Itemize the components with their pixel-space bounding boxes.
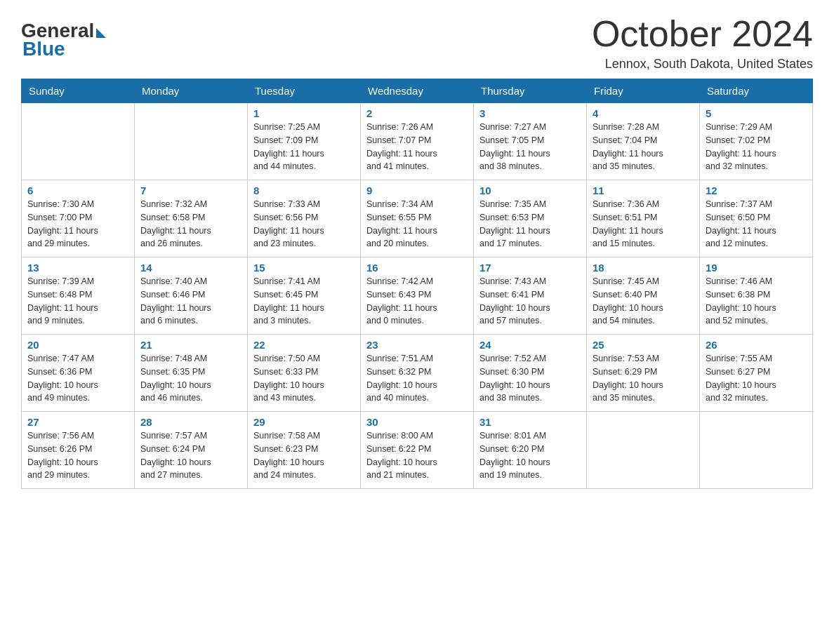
day-number: 30 [366, 416, 468, 428]
calendar-cell: 19Sunrise: 7:46 AMSunset: 6:38 PMDayligh… [700, 257, 813, 335]
calendar-cell: 3Sunrise: 7:27 AMSunset: 7:05 PMDaylight… [474, 103, 587, 180]
day-number: 9 [366, 185, 468, 196]
day-number: 18 [593, 262, 694, 274]
day-number: 7 [140, 185, 241, 196]
day-number: 17 [479, 262, 581, 274]
day-number: 16 [366, 262, 468, 274]
calendar-cell [22, 103, 135, 180]
day-info: Sunrise: 7:42 AMSunset: 6:43 PMDaylight:… [366, 275, 468, 328]
calendar-cell: 30Sunrise: 8:00 AMSunset: 6:22 PMDayligh… [361, 412, 474, 489]
day-number: 6 [27, 185, 128, 196]
calendar-cell: 4Sunrise: 7:28 AMSunset: 7:04 PMDaylight… [587, 103, 700, 180]
day-info: Sunrise: 7:46 AMSunset: 6:38 PMDaylight:… [706, 275, 807, 328]
calendar-cell: 28Sunrise: 7:57 AMSunset: 6:24 PMDayligh… [135, 412, 248, 489]
day-number: 3 [479, 107, 581, 119]
day-number: 5 [706, 107, 807, 119]
day-info: Sunrise: 7:51 AMSunset: 6:32 PMDaylight:… [366, 352, 468, 405]
calendar-cell: 6Sunrise: 7:30 AMSunset: 7:00 PMDaylight… [22, 180, 135, 257]
calendar-cell: 18Sunrise: 7:45 AMSunset: 6:40 PMDayligh… [587, 257, 700, 335]
calendar-cell: 11Sunrise: 7:36 AMSunset: 6:51 PMDayligh… [587, 180, 700, 257]
logo-blue-text: Blue [22, 38, 65, 60]
calendar-week-3: 13Sunrise: 7:39 AMSunset: 6:48 PMDayligh… [22, 257, 813, 335]
day-info: Sunrise: 7:26 AMSunset: 7:07 PMDaylight:… [366, 121, 468, 173]
calendar-cell: 7Sunrise: 7:32 AMSunset: 6:58 PMDaylight… [135, 180, 248, 257]
day-info: Sunrise: 7:40 AMSunset: 6:46 PMDaylight:… [140, 275, 241, 328]
day-info: Sunrise: 7:29 AMSunset: 7:02 PMDaylight:… [706, 121, 807, 173]
calendar-cell: 12Sunrise: 7:37 AMSunset: 6:50 PMDayligh… [700, 180, 813, 257]
month-title: October 2024 [592, 14, 813, 54]
day-number: 21 [140, 339, 241, 351]
day-number: 20 [27, 339, 128, 351]
day-number: 1 [253, 107, 355, 119]
day-number: 27 [27, 416, 128, 428]
day-info: Sunrise: 7:37 AMSunset: 6:50 PMDaylight:… [706, 198, 807, 250]
day-info: Sunrise: 8:01 AMSunset: 6:20 PMDaylight:… [479, 429, 581, 482]
calendar-cell: 31Sunrise: 8:01 AMSunset: 6:20 PMDayligh… [474, 412, 587, 489]
day-number: 2 [366, 107, 468, 119]
calendar-week-2: 6Sunrise: 7:30 AMSunset: 7:00 PMDaylight… [22, 180, 813, 257]
day-info: Sunrise: 7:25 AMSunset: 7:09 PMDaylight:… [253, 121, 355, 173]
day-info: Sunrise: 7:43 AMSunset: 6:41 PMDaylight:… [479, 275, 581, 328]
day-number: 13 [27, 262, 128, 274]
day-number: 23 [366, 339, 468, 351]
calendar-header-wednesday: Wednesday [361, 79, 474, 103]
day-info: Sunrise: 7:33 AMSunset: 6:56 PMDaylight:… [253, 198, 355, 250]
day-info: Sunrise: 7:57 AMSunset: 6:24 PMDaylight:… [140, 429, 241, 482]
calendar-cell: 13Sunrise: 7:39 AMSunset: 6:48 PMDayligh… [22, 257, 135, 335]
day-info: Sunrise: 7:34 AMSunset: 6:55 PMDaylight:… [366, 198, 468, 250]
calendar-week-1: 1Sunrise: 7:25 AMSunset: 7:09 PMDaylight… [22, 103, 813, 180]
calendar-cell: 23Sunrise: 7:51 AMSunset: 6:32 PMDayligh… [361, 335, 474, 412]
day-number: 28 [140, 416, 241, 428]
calendar-cell: 21Sunrise: 7:48 AMSunset: 6:35 PMDayligh… [135, 335, 248, 412]
calendar-cell: 2Sunrise: 7:26 AMSunset: 7:07 PMDaylight… [361, 103, 474, 180]
day-info: Sunrise: 7:45 AMSunset: 6:40 PMDaylight:… [593, 275, 694, 328]
day-number: 8 [253, 185, 355, 196]
day-info: Sunrise: 7:36 AMSunset: 6:51 PMDaylight:… [593, 198, 694, 250]
calendar-cell: 24Sunrise: 7:52 AMSunset: 6:30 PMDayligh… [474, 335, 587, 412]
calendar-header-thursday: Thursday [474, 79, 587, 103]
calendar-header-tuesday: Tuesday [248, 79, 361, 103]
calendar-cell: 8Sunrise: 7:33 AMSunset: 6:56 PMDaylight… [248, 180, 361, 257]
calendar-cell: 22Sunrise: 7:50 AMSunset: 6:33 PMDayligh… [248, 335, 361, 412]
calendar-header-monday: Monday [135, 79, 248, 103]
calendar-table: SundayMondayTuesdayWednesdayThursdayFrid… [21, 79, 813, 489]
calendar-cell: 14Sunrise: 7:40 AMSunset: 6:46 PMDayligh… [135, 257, 248, 335]
logo: General Blue [21, 21, 106, 60]
day-info: Sunrise: 7:27 AMSunset: 7:05 PMDaylight:… [479, 121, 581, 173]
day-info: Sunrise: 7:58 AMSunset: 6:23 PMDaylight:… [253, 429, 355, 482]
calendar-cell: 16Sunrise: 7:42 AMSunset: 6:43 PMDayligh… [361, 257, 474, 335]
calendar-header-sunday: Sunday [22, 79, 135, 103]
day-number: 14 [140, 262, 241, 274]
day-number: 22 [253, 339, 355, 351]
day-info: Sunrise: 7:39 AMSunset: 6:48 PMDaylight:… [27, 275, 128, 328]
location-text: Lennox, South Dakota, United States [592, 57, 813, 72]
calendar-cell [587, 412, 700, 489]
day-info: Sunrise: 7:30 AMSunset: 7:00 PMDaylight:… [27, 198, 128, 250]
calendar-header-saturday: Saturday [700, 79, 813, 103]
calendar-week-5: 27Sunrise: 7:56 AMSunset: 6:26 PMDayligh… [22, 412, 813, 489]
calendar-cell: 15Sunrise: 7:41 AMSunset: 6:45 PMDayligh… [248, 257, 361, 335]
calendar-week-4: 20Sunrise: 7:47 AMSunset: 6:36 PMDayligh… [22, 335, 813, 412]
day-info: Sunrise: 7:52 AMSunset: 6:30 PMDaylight:… [479, 352, 581, 405]
day-number: 15 [253, 262, 355, 274]
day-info: Sunrise: 7:50 AMSunset: 6:33 PMDaylight:… [253, 352, 355, 405]
calendar-cell: 20Sunrise: 7:47 AMSunset: 6:36 PMDayligh… [22, 335, 135, 412]
day-info: Sunrise: 7:35 AMSunset: 6:53 PMDaylight:… [479, 198, 581, 250]
calendar-cell: 5Sunrise: 7:29 AMSunset: 7:02 PMDaylight… [700, 103, 813, 180]
day-info: Sunrise: 7:41 AMSunset: 6:45 PMDaylight:… [253, 275, 355, 328]
day-number: 4 [593, 107, 694, 119]
calendar-cell: 29Sunrise: 7:58 AMSunset: 6:23 PMDayligh… [248, 412, 361, 489]
calendar-header-row: SundayMondayTuesdayWednesdayThursdayFrid… [22, 79, 813, 103]
day-info: Sunrise: 7:48 AMSunset: 6:35 PMDaylight:… [140, 352, 241, 405]
day-info: Sunrise: 7:56 AMSunset: 6:26 PMDaylight:… [27, 429, 128, 482]
calendar-cell: 1Sunrise: 7:25 AMSunset: 7:09 PMDaylight… [248, 103, 361, 180]
calendar-cell: 10Sunrise: 7:35 AMSunset: 6:53 PMDayligh… [474, 180, 587, 257]
day-info: Sunrise: 7:53 AMSunset: 6:29 PMDaylight:… [593, 352, 694, 405]
day-info: Sunrise: 7:28 AMSunset: 7:04 PMDaylight:… [593, 121, 694, 173]
day-number: 11 [593, 185, 694, 196]
day-number: 31 [479, 416, 581, 428]
calendar-cell: 26Sunrise: 7:55 AMSunset: 6:27 PMDayligh… [700, 335, 813, 412]
calendar-cell: 27Sunrise: 7:56 AMSunset: 6:26 PMDayligh… [22, 412, 135, 489]
calendar-cell [135, 103, 248, 180]
day-info: Sunrise: 7:32 AMSunset: 6:58 PMDaylight:… [140, 198, 241, 250]
